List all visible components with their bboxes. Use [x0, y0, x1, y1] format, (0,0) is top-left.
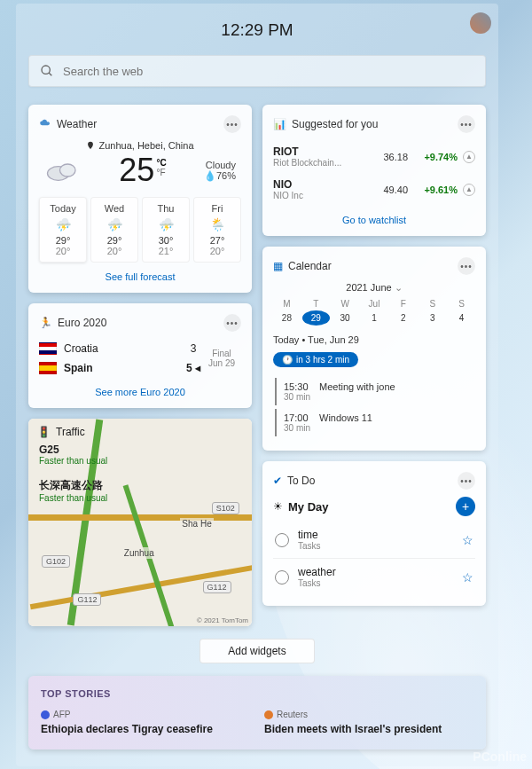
source-icon	[264, 710, 273, 719]
traffic-info: G25 Faster than usual 长深高速公路 Faster than…	[39, 443, 107, 503]
more-button[interactable]: •••	[223, 115, 241, 133]
calendar-grid: MTWJulFSS 2829301234	[273, 299, 475, 326]
svg-point-0	[42, 66, 50, 74]
task-row[interactable]: weatherTasks ☆	[273, 559, 475, 595]
unit-f[interactable]: °F	[156, 168, 166, 177]
more-button[interactable]: •••	[458, 115, 475, 133]
clock-icon: 🕐	[282, 355, 293, 365]
list-name: My Day	[288, 500, 450, 514]
star-icon[interactable]: ☆	[462, 570, 473, 585]
traffic-card[interactable]: Zunhua Sha He G102 S102 G112 G112 © 2021…	[28, 419, 252, 626]
task-row[interactable]: timeTasks ☆	[273, 522, 475, 559]
calendar-today[interactable]: 29	[302, 310, 330, 326]
temperature: 25	[119, 154, 154, 186]
up-arrow-icon: ▲	[463, 151, 475, 163]
flag-croatia	[39, 342, 57, 355]
add-widgets-button[interactable]: Add widgets	[200, 639, 315, 663]
search-bar[interactable]	[28, 55, 486, 87]
euro-link[interactable]: See more Euro 2020	[39, 387, 241, 397]
forecast-day[interactable]: Thu⛈️30°21°	[142, 197, 190, 263]
stocks-card[interactable]: 📊 Suggested for you ••• RIOTRiot Blockch…	[262, 105, 486, 236]
calendar-icon: ▦	[273, 260, 283, 272]
news-heading: TOP STORIES	[41, 688, 473, 699]
svg-point-3	[60, 164, 76, 177]
weather-icon	[39, 118, 51, 130]
search-input[interactable]	[63, 65, 474, 78]
forecast-day[interactable]: Wed⛈️29°20°	[90, 197, 138, 263]
calendar-event[interactable]: 15:3030 min Meeting with jone	[275, 378, 475, 405]
euro-title: Euro 2020	[58, 317, 218, 329]
flag-spain	[39, 362, 57, 374]
chevron-down-icon: ⌄	[395, 282, 403, 293]
search-icon	[40, 64, 54, 78]
cloud-icon	[44, 158, 82, 183]
task-radio[interactable]	[275, 570, 289, 585]
sport-icon: 🏃	[39, 317, 52, 329]
add-task-button[interactable]: +	[456, 497, 475, 516]
up-arrow-icon: ▲	[463, 184, 475, 196]
stock-row[interactable]: NIONIO Inc 49.40 +9.61% ▲	[273, 173, 475, 206]
calendar-month[interactable]: 2021 June ⌄	[273, 282, 475, 294]
more-button[interactable]: •••	[223, 314, 241, 332]
svg-line-1	[49, 73, 51, 75]
todo-card[interactable]: ✔ To Do ••• ☀ My Day + timeTasks ☆ weath…	[262, 461, 486, 606]
watchlist-link[interactable]: Go to watchlist	[273, 215, 475, 225]
calendar-today-label: Today • Tue, Jun 29	[273, 334, 475, 345]
star-icon[interactable]: ☆	[462, 533, 473, 547]
news-card[interactable]: TOP STORIES AFP Ethiopia declares Tigray…	[28, 676, 486, 749]
stocks-title: Suggested for you	[292, 118, 452, 130]
avatar[interactable]	[470, 12, 491, 34]
todo-title: To Do	[287, 475, 452, 487]
news-item[interactable]: Reuters Biden meets with Israel's presid…	[264, 710, 473, 737]
more-button[interactable]: •••	[458, 472, 475, 490]
forecast-link[interactable]: See full forecast	[39, 271, 241, 282]
weather-location: Zunhua, Hebei, China	[39, 140, 241, 151]
match-status: FinalJun 29	[202, 349, 241, 368]
sun-icon: ☀	[273, 500, 283, 513]
header: 12:29 PM	[28, 12, 486, 48]
watermark: PConline	[473, 749, 527, 764]
stock-row[interactable]: RIOTRiot Blockchain... 36.18 +9.74% ▲	[273, 140, 475, 173]
forecast-day[interactable]: Today⛈️29°20°	[39, 197, 87, 263]
check-icon: ✔	[273, 475, 282, 487]
weather-title: Weather	[57, 118, 218, 130]
source-icon	[41, 710, 50, 719]
task-radio[interactable]	[275, 533, 289, 547]
unit-c[interactable]: °C	[156, 158, 166, 168]
forecast-row: Today⛈️29°20° Wed⛈️29°20° Thu⛈️30°21° Fr…	[39, 197, 241, 263]
pin-icon	[86, 141, 95, 150]
calendar-title: Calendar	[288, 260, 452, 272]
clock: 12:29 PM	[221, 20, 293, 40]
weather-condition: Cloudy 💧76%	[204, 160, 236, 182]
news-item[interactable]: AFP Ethiopia declares Tigray ceasefire	[41, 710, 250, 737]
calendar-badge: 🕐in 3 hrs 2 min	[273, 352, 358, 367]
match-row: Spain 5 ◂	[39, 358, 202, 378]
traffic-icon: 🚦	[37, 426, 51, 438]
forecast-day[interactable]: Fri🌦️27°20°	[193, 197, 241, 263]
widgets-panel: 12:29 PM Weather ••• Zunhua, Hebei, Chin…	[16, 4, 498, 766]
calendar-card[interactable]: ▦ Calendar ••• 2021 June ⌄ MTWJulFSS 282…	[262, 247, 486, 451]
euro-card[interactable]: 🏃 Euro 2020 ••• Croatia 3 Spain	[28, 303, 252, 408]
calendar-event[interactable]: 17:0030 min Windows 11	[275, 409, 475, 436]
more-button[interactable]: •••	[458, 257, 475, 275]
traffic-title: Traffic	[56, 426, 85, 438]
weather-card[interactable]: Weather ••• Zunhua, Hebei, China 25 °C °…	[28, 105, 252, 293]
match-row: Croatia 3	[39, 339, 202, 358]
stocks-icon: 📊	[273, 118, 286, 130]
